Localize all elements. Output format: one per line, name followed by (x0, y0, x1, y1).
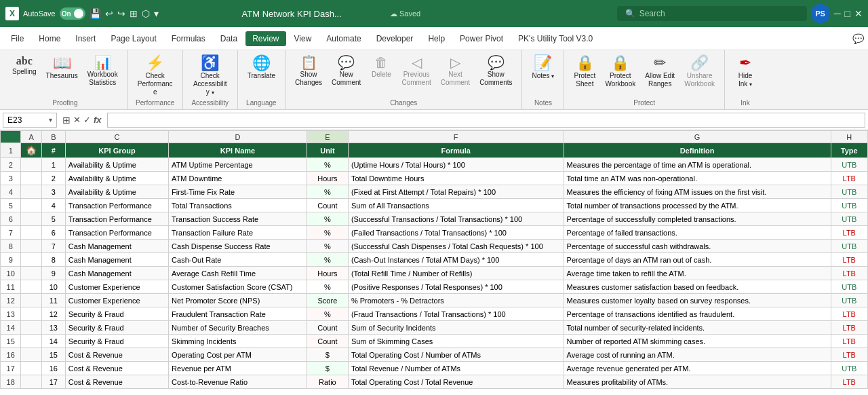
cell-d6[interactable]: Transaction Success Rate (169, 212, 307, 226)
cell-h10[interactable]: LTB (831, 267, 867, 280)
cell-e3[interactable]: Hours (307, 172, 348, 185)
undo-icon[interactable]: ↩ (105, 8, 113, 19)
cell-f12[interactable]: % Promoters - % Detractors (348, 294, 564, 307)
cell-e6[interactable]: % (307, 212, 348, 226)
cell-e10[interactable]: Hours (307, 267, 348, 280)
row-num-7[interactable]: 7 (1, 226, 21, 240)
row-num-16[interactable]: 16 (1, 348, 21, 362)
cell-a11[interactable] (21, 280, 41, 294)
col-header-e[interactable]: E (307, 131, 348, 143)
cell-h13[interactable]: LTB (831, 307, 867, 321)
cell-c5[interactable]: Transaction Performance (65, 199, 168, 212)
cell-reference-box[interactable]: E23 ▾ (3, 113, 57, 128)
cell-f16[interactable]: Total Operating Cost / Number of ATMs (348, 348, 564, 362)
cell-e1[interactable]: Unit (307, 143, 348, 158)
cell-g14[interactable]: Total number of security-related inciden… (564, 321, 831, 335)
cell-c11[interactable]: Customer Experience (65, 280, 168, 294)
cell-d12[interactable]: Net Promoter Score (NPS) (169, 294, 307, 307)
cell-c15[interactable]: Security & Fraud (65, 335, 168, 348)
cell-g2[interactable]: Measures the percentage of time an ATM i… (564, 158, 831, 172)
cell-a6[interactable] (21, 212, 41, 226)
row-num-5[interactable]: 5 (1, 199, 21, 212)
cell-g16[interactable]: Average cost of running an ATM. (564, 348, 831, 362)
cell-g9[interactable]: Percentage of days an ATM ran out of cas… (564, 253, 831, 267)
window-maximize-icon[interactable]: □ (845, 8, 850, 19)
cell-c17[interactable]: Cost & Revenue (65, 362, 168, 375)
cell-e8[interactable]: % (307, 240, 348, 253)
cell-g8[interactable]: Percentage of successful cash withdrawal… (564, 240, 831, 253)
cell-e16[interactable]: $ (307, 348, 348, 362)
translate-button[interactable]: 🌐 Translate (243, 53, 279, 95)
window-minimize-icon[interactable]: ─ (834, 8, 841, 19)
cell-b18[interactable]: 17 (41, 375, 65, 389)
cell-h1[interactable]: Type (831, 143, 867, 158)
row-num-4[interactable]: 4 (1, 185, 21, 199)
cell-f1[interactable]: Formula (348, 143, 564, 158)
hide-ink-button[interactable]: ✒ HideInk ▾ (730, 53, 760, 95)
notes-button[interactable]: 📝 Notes ▾ (528, 53, 558, 95)
menu-file[interactable]: File (4, 31, 31, 46)
cell-c3[interactable]: Availability & Uptime (65, 172, 168, 185)
cell-a13[interactable] (21, 307, 41, 321)
cell-f15[interactable]: Sum of Skimming Cases (348, 335, 564, 348)
row-num-10[interactable]: 10 (1, 267, 21, 280)
cell-f18[interactable]: Total Operating Cost / Total Revenue (348, 375, 564, 389)
more-tools-icon[interactable]: ⬡ (142, 8, 150, 19)
cell-d13[interactable]: Fraudulent Transaction Rate (169, 307, 307, 321)
cell-b11[interactable]: 10 (41, 280, 65, 294)
formula-confirm-icon[interactable]: ✓ (83, 115, 91, 125)
cell-h2[interactable]: UTB (831, 158, 867, 172)
cell-b2[interactable]: 1 (41, 158, 65, 172)
cell-a17[interactable] (21, 362, 41, 375)
cell-f3[interactable]: Total Downtime Hours (348, 172, 564, 185)
cell-c13[interactable]: Security & Fraud (65, 307, 168, 321)
cell-f9[interactable]: (Cash-Out Instances / Total ATM Days) * … (348, 253, 564, 267)
cell-b15[interactable]: 14 (41, 335, 65, 348)
cell-d11[interactable]: Customer Satisfaction Score (CSAT) (169, 280, 307, 294)
cell-a7[interactable] (21, 226, 41, 240)
cell-e2[interactable]: % (307, 158, 348, 172)
cell-f10[interactable]: (Total Refill Time / Number of Refills) (348, 267, 564, 280)
redo-icon[interactable]: ↪ (117, 8, 125, 19)
cell-d5[interactable]: Total Transactions (169, 199, 307, 212)
row-num-13[interactable]: 13 (1, 307, 21, 321)
row-num-18[interactable]: 18 (1, 375, 21, 389)
row-num-2[interactable]: 2 (1, 158, 21, 172)
cell-h8[interactable]: UTB (831, 240, 867, 253)
cell-e9[interactable]: % (307, 253, 348, 267)
cell-c14[interactable]: Security & Fraud (65, 321, 168, 335)
cell-a8[interactable] (21, 240, 41, 253)
cell-f17[interactable]: Total Revenue / Number of ATMs (348, 362, 564, 375)
cell-b3[interactable]: 2 (41, 172, 65, 185)
check-accessibility-button[interactable]: ♿ CheckAccessibility ▾ (189, 53, 232, 95)
formula-cancel-icon[interactable]: ✕ (73, 115, 81, 125)
cell-h16[interactable]: LTB (831, 348, 867, 362)
workbook-stats-button[interactable]: 📊 WorkbookStatistics (83, 53, 122, 95)
menu-review[interactable]: Review (245, 31, 285, 46)
next-comment-button[interactable]: ▷ NextComment (437, 53, 474, 95)
cell-c6[interactable]: Transaction Performance (65, 212, 168, 226)
cell-c10[interactable]: Cash Management (65, 267, 168, 280)
cell-c12[interactable]: Customer Experience (65, 294, 168, 307)
show-comments-button[interactable]: 💬 ShowComments (475, 53, 516, 95)
cell-d7[interactable]: Transaction Failure Rate (169, 226, 307, 240)
menu-data[interactable]: Data (214, 31, 244, 46)
cell-g12[interactable]: Measures customer loyalty based on surve… (564, 294, 831, 307)
previous-comment-button[interactable]: ◁ PreviousComment (397, 53, 435, 95)
cell-e5[interactable]: Count (307, 199, 348, 212)
cell-h4[interactable]: UTB (831, 185, 867, 199)
row-num-17[interactable]: 17 (1, 362, 21, 375)
cell-c2[interactable]: Availability & Uptime (65, 158, 168, 172)
cell-a15[interactable] (21, 335, 41, 348)
col-header-g[interactable]: G (564, 131, 831, 143)
cell-c7[interactable]: Transaction Performance (65, 226, 168, 240)
cell-b4[interactable]: 3 (41, 185, 65, 199)
cell-g15[interactable]: Number of reported ATM skimming cases. (564, 335, 831, 348)
cell-f13[interactable]: (Fraud Transactions / Total Transactions… (348, 307, 564, 321)
menu-view[interactable]: View (288, 31, 319, 46)
col-header-a[interactable]: A (21, 131, 41, 143)
cell-a4[interactable] (21, 185, 41, 199)
menu-developer[interactable]: Developer (370, 31, 420, 46)
cell-g5[interactable]: Total number of transactions processed b… (564, 199, 831, 212)
cell-f11[interactable]: (Positive Responses / Total Responses) *… (348, 280, 564, 294)
